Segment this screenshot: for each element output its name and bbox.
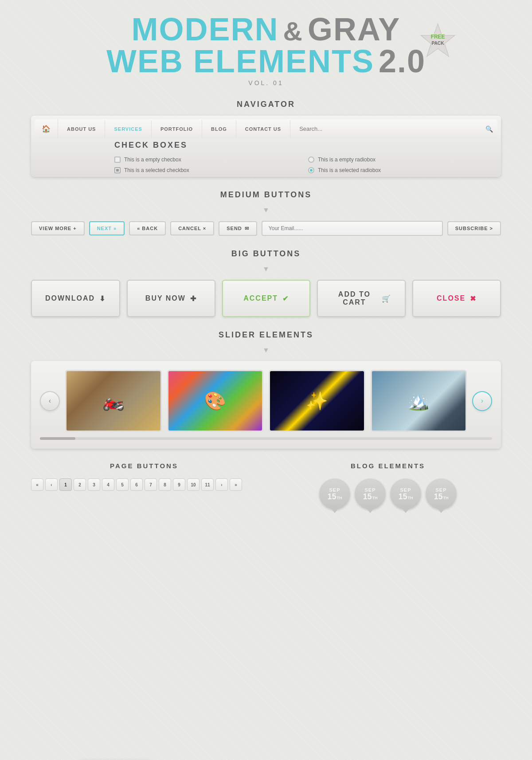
dropdown-menu: MENU ITEM 01 MENU ITEM 02 MENU ITEM 03 M…	[35, 141, 106, 173]
blog-2-tail	[367, 509, 374, 513]
slider-scrollbar[interactable]	[40, 437, 492, 440]
blog-date-1-wrapper: SEP 15 TH	[319, 478, 350, 513]
nav-home-button[interactable]: 🏠	[35, 119, 58, 138]
x-icon: ✖	[470, 294, 477, 303]
checkbox-empty: This is a empty checbox	[114, 157, 304, 163]
view-more-button[interactable]: VIEW MORE +	[31, 221, 85, 235]
radiobox-selected: This is a selected radiobox	[308, 167, 497, 173]
page-11-button[interactable]: 11	[201, 478, 214, 491]
title-web: WEB ELEMENTS	[106, 45, 374, 77]
checkboxes-grid: This is a empty checbox This is a empty …	[114, 157, 497, 173]
radiobox-empty-label: This is a empty radiobox	[318, 157, 376, 163]
slide-1	[65, 370, 162, 432]
vol-label: VOL. 01	[31, 79, 501, 86]
download-label: DOWNLOAD	[45, 294, 95, 302]
nav-item-portfolio[interactable]: PORTFOLIO	[152, 120, 202, 138]
nav-item-blog[interactable]: BLOG	[202, 120, 236, 138]
blog-elements-section: BLOG ELEMENTS SEP 15 TH SEP	[275, 462, 501, 513]
next-button[interactable]: NEXT »	[89, 221, 125, 235]
page-5-button[interactable]: 5	[116, 478, 129, 491]
search-icon[interactable]: 🔍	[485, 125, 493, 133]
add-to-cart-label: ADD TO CART	[331, 290, 377, 306]
download-button[interactable]: DOWNLOAD ⬇	[31, 280, 120, 317]
nav-item-about[interactable]: ABOUT US	[58, 120, 105, 138]
page-9-button[interactable]: 9	[173, 478, 185, 491]
page-4-button[interactable]: 4	[102, 478, 114, 491]
back-button[interactable]: « BACK	[129, 221, 166, 235]
blog-date-3-wrapper: SEP 15 TH	[390, 478, 421, 513]
close-label: CLOSE	[437, 294, 466, 302]
checkbox-empty-label: This is a empty checbox	[124, 157, 181, 163]
blog-2-th: TH	[372, 496, 378, 500]
buy-now-label: BUY NOW	[145, 294, 186, 302]
nav-item-contact[interactable]: CONTACT US	[236, 120, 290, 138]
blog-4-tail	[438, 509, 445, 513]
page-buttons-title: PAGE BUTTONS	[31, 462, 257, 470]
page-10-button[interactable]: 10	[187, 478, 200, 491]
blog-3-day: 15	[398, 493, 407, 501]
plus-icon: ✚	[190, 294, 197, 303]
checkbox-selected: This is a selected checkbox	[114, 167, 304, 173]
big-buttons-title: BIG BUTTONS	[31, 249, 501, 259]
blog-3-th: TH	[408, 496, 413, 500]
page-buttons-section: PAGE BUTTONS « ‹ 1 2 3 4 5 6 7 8 9 10 11…	[31, 462, 257, 513]
navigator: 🏠 ABOUT US SERVICES PORTFOLIO BLOG CONTA…	[31, 116, 501, 177]
page-1-button[interactable]: 1	[59, 478, 72, 491]
nav-bar: 🏠 ABOUT US SERVICES PORTFOLIO BLOG CONTA…	[35, 119, 497, 138]
slider-next-button[interactable]: ›	[472, 391, 492, 411]
accept-button[interactable]: ACCEPT ✔	[222, 280, 311, 317]
blog-date-2-wrapper: SEP 15 TH	[355, 478, 386, 513]
blog-dates-row: SEP 15 TH SEP 15 TH	[275, 478, 501, 513]
download-icon: ⬇	[99, 294, 106, 303]
checkboxes-title: CHECK BOXES	[114, 141, 497, 150]
blog-date-2: SEP 15 TH	[355, 478, 386, 509]
check-icon: ✔	[282, 294, 289, 303]
close-button[interactable]: CLOSE ✖	[412, 280, 501, 317]
navigator-section-title: NAVIGATOR	[31, 100, 501, 109]
checkboxes-area: CHECK BOXES This is a empty checbox This…	[114, 141, 497, 173]
blog-3-tail	[402, 509, 409, 513]
send-button[interactable]: SEND ✉	[219, 221, 257, 236]
blog-date-3: SEP 15 TH	[390, 478, 421, 509]
page-8-button[interactable]: 8	[159, 478, 171, 491]
radiobox-selected-label: This is a selected radiobox	[318, 167, 381, 173]
page-last-button[interactable]: »	[230, 478, 242, 491]
slider-arrow: ▼	[31, 346, 501, 354]
slide-2	[167, 370, 264, 432]
blog-date-4: SEP 15 TH	[426, 478, 457, 509]
slider-track	[65, 370, 467, 432]
add-to-cart-button[interactable]: ADD TO CART 🛒	[317, 280, 406, 317]
slider-scrollbar-thumb	[40, 437, 75, 440]
page-prev-button[interactable]: ‹	[45, 478, 58, 491]
empty-checkbox[interactable]	[114, 157, 121, 163]
page-3-button[interactable]: 3	[88, 478, 100, 491]
blog-date-4-wrapper: SEP 15 TH	[426, 478, 457, 513]
big-buttons-row: DOWNLOAD ⬇ BUY NOW ✚ ACCEPT ✔ ADD TO CAR…	[31, 280, 501, 317]
selected-radio[interactable]	[308, 167, 314, 173]
checked-checkbox[interactable]	[114, 167, 121, 173]
radiobox-empty: This is a empty radiobox	[308, 157, 497, 163]
slider-prev-button[interactable]: ‹	[40, 391, 60, 411]
nav-item-services[interactable]: SERVICES	[105, 120, 151, 138]
blog-1-day: 15	[327, 493, 336, 501]
page-next-button[interactable]: ›	[215, 478, 228, 491]
page-6-button[interactable]: 6	[130, 478, 143, 491]
buy-now-button[interactable]: BUY NOW ✚	[127, 280, 215, 317]
empty-radio[interactable]	[308, 157, 314, 163]
email-input[interactable]	[262, 221, 443, 236]
search-input[interactable]	[295, 121, 485, 137]
blog-2-day: 15	[363, 493, 372, 501]
blog-1-th: TH	[337, 496, 342, 500]
free-pack-badge: FREE PACK	[419, 22, 457, 60]
big-buttons-arrow: ▼	[31, 265, 501, 273]
page-2-button[interactable]: 2	[74, 478, 86, 491]
blog-elements-title: BLOG ELEMENTS	[275, 462, 501, 470]
slider-section: ‹ ›	[31, 361, 501, 449]
subscribe-button[interactable]: SUBSCRIBE >	[447, 221, 501, 235]
svg-text:FREE: FREE	[431, 34, 445, 40]
title-amp: &	[283, 18, 303, 45]
page-7-button[interactable]: 7	[145, 478, 157, 491]
page-first-button[interactable]: «	[31, 478, 43, 491]
cancel-button[interactable]: CANCEL ×	[170, 221, 214, 235]
slide-4	[371, 370, 467, 432]
